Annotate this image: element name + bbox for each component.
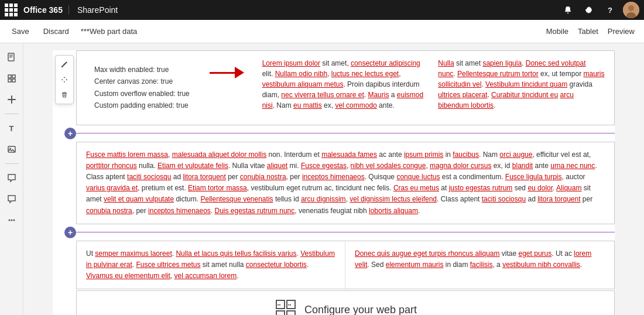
save-button[interactable]: Save (9, 25, 32, 38)
svg-rect-9 (8, 79, 11, 82)
sidebar-text-icon[interactable]: T (2, 119, 21, 138)
sidebar-chat-icon[interactable] (2, 190, 21, 208)
info-line-1: Max width enabled: true (94, 64, 203, 76)
svg-point-13 (8, 220, 10, 221)
edit-webpart-button[interactable] (57, 57, 71, 71)
info-lines: Max width enabled: true Center canvas zo… (94, 64, 203, 112)
two-col-left: Ut semper maximus laoreet. Nulla et lacu… (77, 241, 345, 289)
column-2: Lorem ipsum dolor sit amet, consectetur … (262, 58, 429, 118)
tablet-view-button[interactable]: Tablet (578, 27, 598, 36)
webpart-label: ***Web part data (81, 27, 138, 36)
col3-link-1[interactable]: Nulla (438, 59, 454, 67)
section-3: Ut semper maximus laoreet. Nulla et lacu… (76, 241, 615, 290)
svg-rect-8 (12, 75, 15, 78)
toolbar-view-options: Mobile Tablet Preview (546, 27, 635, 36)
notification-bell-button[interactable] (560, 2, 576, 18)
col3-link-4[interactable]: Pellentesque rutrum tortor (457, 70, 539, 78)
configure-webpart-icon: ▪▪ ▪▪ ▪▪ ▪▪ (274, 298, 297, 315)
two-col-left-text: Ut semper maximus laoreet. Nulla et lacu… (86, 248, 335, 282)
col2-link-3[interactable]: Nullam odio nibh (275, 70, 327, 78)
svg-rect-10 (12, 79, 15, 82)
full-text: Fusce mattis lorem massa, malesuada aliq… (86, 149, 605, 217)
add-section-button-2[interactable]: + (64, 227, 76, 238)
col3-link-6[interactable]: Vestibulum tincidunt quam (485, 80, 567, 88)
section-4: ▪▪ ▪▪ ▪▪ ▪▪ Configure your web part (76, 290, 615, 315)
section-1: Max width enabled: true Center canvas zo… (53, 50, 615, 125)
column-3: Nulla sit amet sapien ligula. Donec sed … (438, 58, 605, 118)
info-line-2: Center canvas zone: true (94, 76, 203, 87)
col3-text: Nulla sit amet sapien ligula. Donec sed … (438, 58, 605, 111)
discard-button[interactable]: Discard (41, 25, 71, 38)
sidebar-divider-1 (5, 114, 19, 114)
col2-link-2[interactable]: consectetur adipiscing (351, 59, 420, 67)
col3-link-7[interactable]: ultrices placerat (438, 91, 487, 99)
preview-button[interactable]: Preview (608, 27, 635, 36)
webpart-toolbar (55, 55, 74, 104)
app-name[interactable]: Office 365 (23, 5, 69, 15)
two-col-right: Donec quis augue eget turpis rhoncus ali… (345, 241, 614, 289)
svg-text:▪▪: ▪▪ (288, 313, 292, 315)
arrow-right-icon (210, 64, 245, 81)
add-section-button-1[interactable]: + (64, 128, 76, 139)
left-sidebar: T (0, 43, 23, 315)
move-webpart-button[interactable] (57, 73, 71, 87)
configure-webpart-section: ▪▪ ▪▪ ▪▪ ▪▪ Configure your web part (76, 290, 615, 315)
col2-link-9[interactable]: eu mattis (293, 101, 322, 109)
mobile-view-button[interactable]: Mobile (546, 27, 568, 36)
full-text-webpart: Fusce mattis lorem massa, malesuada aliq… (76, 142, 615, 224)
section-separator-2: + (76, 225, 615, 239)
sidebar-add-icon[interactable] (2, 90, 21, 109)
sidebar-comment-icon[interactable] (2, 169, 21, 187)
three-column-section: Max width enabled: true Center canvas zo… (76, 50, 615, 125)
col2-link-10[interactable]: vel commodo (335, 101, 376, 109)
sidebar-image-icon[interactable] (2, 140, 21, 159)
sidebar-layout-icon[interactable] (2, 69, 21, 88)
col2-text: Lorem ipsum dolor sit amet, consectetur … (262, 58, 429, 111)
top-nav: Office 365 SharePoint ? (0, 0, 644, 20)
info-box: Max width enabled: true Center canvas zo… (86, 58, 253, 118)
column-1: Max width enabled: true Center canvas zo… (86, 58, 253, 118)
section-separator-1: + (76, 126, 615, 141)
col2-link-5[interactable]: vestibulum aliquam metus (262, 80, 344, 88)
col2-link-4[interactable]: luctus nec lectus eget (331, 70, 399, 78)
content-area[interactable]: Max width enabled: true Center canvas zo… (23, 43, 644, 315)
col3-link-2[interactable]: sapien ligula (482, 59, 522, 67)
delete-webpart-button[interactable] (57, 88, 71, 102)
svg-text:▪▪: ▪▪ (278, 302, 281, 307)
sidebar-more-icon[interactable] (2, 211, 21, 230)
avatar[interactable] (623, 2, 639, 18)
canvas: Max width enabled: true Center canvas zo… (53, 50, 615, 315)
sidebar-pages-icon[interactable] (2, 48, 21, 67)
main-area: T (0, 43, 644, 315)
info-line-3: Custom overflow enabled: true (94, 88, 203, 100)
col2-link-7[interactable]: Mauris (368, 91, 389, 99)
svg-text:▪▪: ▪▪ (288, 302, 292, 307)
nav-icons: ? (560, 2, 639, 18)
two-col-right-text: Donec quis augue eget turpis rhoncus ali… (355, 248, 605, 271)
col3-link-8[interactable]: Curabitur tincidunt eu (491, 91, 558, 99)
section-line-2 (76, 232, 615, 232)
svg-point-1 (628, 5, 634, 11)
site-name[interactable]: SharePoint (75, 5, 118, 15)
section-line-1 (76, 133, 615, 133)
svg-rect-7 (8, 75, 11, 78)
col2-link-1[interactable]: Lorem ipsum dolor (262, 59, 320, 67)
section-2: Fusce mattis lorem massa, malesuada aliq… (76, 142, 615, 224)
settings-button[interactable] (581, 2, 597, 18)
info-line-4: Custom padding enabled: true (94, 100, 203, 111)
sidebar-divider-2 (5, 163, 19, 164)
svg-text:▪▪: ▪▪ (278, 313, 281, 315)
col2-link-6[interactable]: nec viverra tellus ornare et (281, 91, 364, 99)
configure-text: Configure your web part (304, 304, 417, 315)
svg-point-15 (13, 220, 15, 221)
toolbar: Save Discard ***Web part data Mobile Tab… (0, 20, 644, 43)
help-button[interactable]: ? (602, 2, 618, 18)
svg-point-14 (11, 220, 12, 221)
waffle-icon[interactable] (5, 4, 18, 16)
two-column-section: Ut semper maximus laoreet. Nulla et lacu… (76, 241, 615, 290)
